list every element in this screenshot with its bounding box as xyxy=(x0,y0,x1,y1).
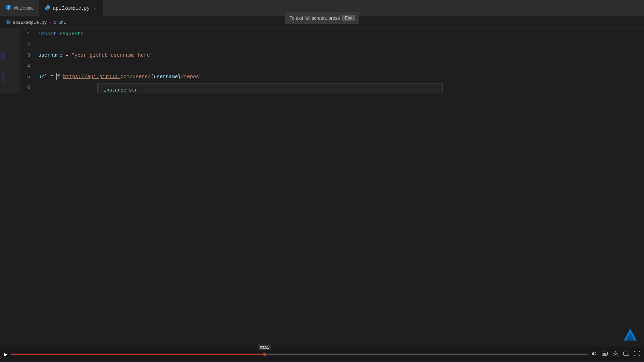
line-number-3: 3 xyxy=(20,50,37,61)
time-tooltip: 03:51 xyxy=(258,345,271,350)
line-content-2 xyxy=(37,40,644,50)
line-number-2: 2 xyxy=(20,40,37,50)
progress-fill xyxy=(11,354,265,355)
video-bar: ▶ 03:51 xyxy=(0,347,644,362)
tab-apiexample-label: apiExample.py xyxy=(53,6,90,11)
play-button[interactable]: ▶ xyxy=(4,351,8,358)
hover-popup: instance str str(object='') -> str str(b… xyxy=(97,83,443,93)
code-editor[interactable]: 1 import requests 2 3 username = "your g… xyxy=(20,29,644,93)
code-line-2: 2 xyxy=(20,40,644,50)
esc-key-badge: Esc xyxy=(342,15,355,21)
logo-area xyxy=(623,328,637,344)
editor-container: 1 import requests 2 3 username = "your g… xyxy=(0,29,644,93)
line-number-1: 1 xyxy=(20,29,37,40)
progress-indicator: 03:51 xyxy=(263,353,266,356)
left-margin xyxy=(0,29,20,93)
tab-close-button[interactable]: ✕ xyxy=(92,5,97,12)
line-content-3: username = "your github username here" xyxy=(37,50,644,61)
margin-line-2 xyxy=(0,40,20,50)
margin-indicator-3 xyxy=(1,51,5,60)
line-content-5: url = f"https://api.github.com/users/{us… xyxy=(37,72,644,82)
tab-apiexample[interactable]: apiExample.py ✕ xyxy=(40,0,103,16)
breadcrumb-file[interactable]: apiExample.py xyxy=(13,20,47,25)
logo-icon xyxy=(623,328,637,342)
code-line-5: 5 url = f"https://api.github.com/users/{… xyxy=(20,72,644,82)
svg-point-0 xyxy=(48,9,49,10)
fullscreen-toast: To exit full screen, press Esc xyxy=(285,12,359,24)
margin-line-6 xyxy=(0,82,20,93)
line-content-1: import requests xyxy=(37,29,644,40)
python-breadcrumb-icon: py xyxy=(5,19,11,26)
hover-type-line: instance str xyxy=(104,87,436,93)
settings-icon[interactable] xyxy=(612,351,619,358)
symbol-icon: ⊙ xyxy=(53,20,56,25)
progress-bar[interactable]: 03:51 xyxy=(11,354,588,355)
fullscreen-toast-message: To exit full screen, press xyxy=(289,15,340,21)
line-content-4 xyxy=(37,61,644,72)
vscode-icon xyxy=(5,4,11,12)
python-icon xyxy=(45,5,50,12)
code-line-4: 4 xyxy=(20,61,644,72)
theater-mode-icon[interactable] xyxy=(623,351,629,358)
svg-point-9 xyxy=(615,353,616,354)
tab-welcome[interactable]: Welcome xyxy=(0,0,40,16)
text-cursor xyxy=(56,73,57,80)
margin-indicator-5 xyxy=(1,72,5,82)
svg-rect-10 xyxy=(624,352,629,355)
volume-icon[interactable] xyxy=(591,351,597,358)
line-number-5: 5 xyxy=(20,72,37,82)
breadcrumb-symbol[interactable]: url xyxy=(58,20,66,25)
breadcrumb-separator: › xyxy=(49,20,51,25)
hover-popup-content: instance str str(object='') -> str str(b… xyxy=(98,83,442,93)
margin-line-1 xyxy=(0,29,20,40)
margin-line-3 xyxy=(0,50,20,61)
code-line-1: 1 import requests xyxy=(20,29,644,40)
margin-line-5 xyxy=(0,72,20,82)
svg-text:py: py xyxy=(7,20,11,24)
line-number-4: 4 xyxy=(20,61,37,72)
line-number-6: 6 xyxy=(20,82,37,93)
code-line-3: 3 username = "your github username here" xyxy=(20,50,644,61)
margin-line-4 xyxy=(0,61,20,72)
fullscreen-icon[interactable] xyxy=(634,351,640,358)
tab-welcome-label: Welcome xyxy=(14,6,34,11)
video-controls-right xyxy=(591,351,640,358)
captions-icon[interactable] xyxy=(602,351,608,358)
